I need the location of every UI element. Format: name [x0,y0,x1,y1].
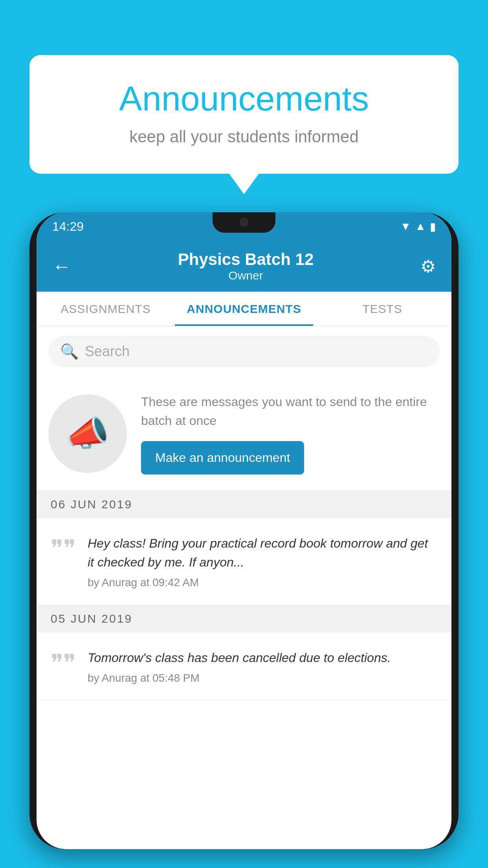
search-bar[interactable]: 🔍 Search [48,336,440,367]
announcement-content-1: Hey class! Bring your practical record b… [88,534,437,589]
app-header: ← Physics Batch 12 Owner ⚙ [37,241,451,292]
tab-tests[interactable]: TESTS [313,292,451,326]
announcement-promo: 📣 These are messages you want to send to… [37,377,451,491]
search-placeholder: Search [85,343,130,360]
search-icon: 🔍 [60,343,79,360]
phone-notch [213,212,275,233]
promo-icon-circle: 📣 [48,394,127,473]
tab-assignments[interactable]: ASSIGNMENTS [37,292,175,326]
phone-screen: 14:29 ▼ ▲ ▮ ← Physics Batch 12 Owner ⚙ [37,212,451,849]
wifi-icon: ▼ [400,220,411,233]
status-icons: ▼ ▲ ▮ [400,220,436,233]
front-camera [240,218,248,226]
tabs-bar: ASSIGNMENTS ANNOUNCEMENTS TESTS [37,292,451,326]
phone-mockup: 14:29 ▼ ▲ ▮ ← Physics Batch 12 Owner ⚙ [29,212,459,849]
speech-bubble: Announcements keep all your students inf… [29,55,459,174]
announcement-author-2: by Anurag at 05:48 PM [88,672,437,684]
batch-title: Physics Batch 12 [178,250,314,269]
megaphone-icon: 📣 [66,413,110,454]
date-divider-1: 06 JUN 2019 [37,491,451,518]
header-title-group: Physics Batch 12 Owner [178,250,314,282]
quote-icon-2: ❞❞ [51,651,76,675]
announcement-item-1: ❞❞ Hey class! Bring your practical recor… [37,518,451,605]
date-divider-2: 05 JUN 2019 [37,605,451,633]
battery-icon: ▮ [430,220,436,233]
announcement-text-2: Tomorrow's class has been cancelled due … [88,648,437,667]
announcement-item-2: ❞❞ Tomorrow's class has been cancelled d… [37,633,451,701]
quote-icon-1: ❞❞ [51,537,76,561]
signal-icon: ▲ [415,220,426,233]
promo-description: These are messages you want to send to t… [141,392,440,430]
promo-content: These are messages you want to send to t… [141,392,440,474]
search-container: 🔍 Search [37,326,451,377]
status-time: 14:29 [52,219,84,234]
speech-bubble-container: Announcements keep all your students inf… [29,55,459,174]
make-announcement-button[interactable]: Make an announcement [141,441,304,474]
announcement-author-1: by Anurag at 09:42 AM [88,576,437,589]
back-button[interactable]: ← [52,256,71,277]
announcements-title: Announcements [61,79,427,119]
announcement-text-1: Hey class! Bring your practical record b… [88,534,437,572]
settings-icon[interactable]: ⚙ [420,256,436,276]
announcements-subtitle: keep all your students informed [61,127,427,146]
tab-announcements[interactable]: ANNOUNCEMENTS [175,292,313,326]
phone-container: 14:29 ▼ ▲ ▮ ← Physics Batch 12 Owner ⚙ [29,212,459,868]
owner-label: Owner [178,269,314,282]
announcement-content-2: Tomorrow's class has been cancelled due … [88,648,437,684]
